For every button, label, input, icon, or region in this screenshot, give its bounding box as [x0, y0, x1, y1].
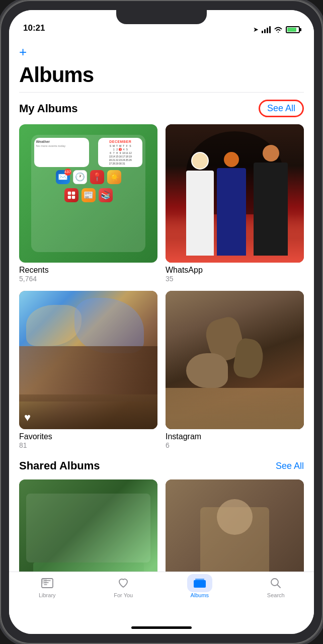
- home-bar: [131, 626, 192, 629]
- divider: [19, 92, 304, 93]
- svg-rect-2: [67, 196, 70, 199]
- album-count-recents: 5,764: [19, 275, 157, 283]
- svg-rect-5: [42, 579, 47, 584]
- status-time: 10:21: [23, 23, 45, 33]
- svg-rect-7: [195, 579, 204, 580]
- shared-thumb-1: [19, 479, 157, 572]
- my-albums-see-all-button[interactable]: See All: [259, 100, 304, 117]
- my-albums-title: My Albums: [19, 102, 78, 115]
- tab-search-label: Search: [267, 592, 285, 598]
- signal-bars-icon: [262, 26, 271, 33]
- album-item-instagram[interactable]: Instagram 6: [166, 291, 304, 449]
- main-content[interactable]: + Albums My Albums See All: [9, 37, 314, 572]
- shared-albums-grid: [19, 479, 304, 572]
- album-count-instagram: 6: [166, 441, 304, 449]
- home-indicator: [9, 621, 314, 634]
- album-name-favorites: Favorites: [19, 432, 157, 441]
- svg-rect-6: [194, 580, 206, 588]
- shared-albums-see-all-button[interactable]: See All: [276, 461, 304, 471]
- album-name-whatsapp: WhatsApp: [166, 266, 304, 275]
- album-thumb-instagram: [166, 291, 304, 429]
- search-icon: [269, 577, 282, 590]
- shared-thumb-2: [166, 479, 304, 572]
- add-album-button[interactable]: +: [19, 37, 27, 62]
- phone-shell: 10:21 ➤: [0, 0, 323, 644]
- albums-tab-icon: [193, 576, 207, 590]
- album-item-whatsapp[interactable]: WhatsApp 35: [166, 124, 304, 283]
- svg-rect-0: [67, 192, 70, 195]
- shared-albums-header: Shared Albums See All: [19, 459, 304, 472]
- heart-icon: [117, 577, 130, 590]
- for-you-tab-icon: [116, 576, 130, 590]
- library-tab-icon: [40, 576, 54, 590]
- status-icons: ➤: [253, 26, 300, 33]
- tab-albums-label: Albums: [190, 592, 209, 598]
- album-count-favorites: 81: [19, 441, 157, 449]
- album-name-instagram: Instagram: [166, 432, 304, 441]
- phone-screen: 10:21 ➤: [9, 10, 314, 634]
- wifi-icon: [274, 26, 283, 33]
- album-thumb-recents: Weather No more events today DECEMBER SM…: [19, 124, 157, 263]
- my-albums-grid: Weather No more events today DECEMBER SM…: [19, 124, 304, 449]
- album-item-recents[interactable]: Weather No more events today DECEMBER SM…: [19, 124, 157, 283]
- my-albums-header: My Albums See All: [19, 100, 304, 117]
- shared-albums-section: Shared Albums See All: [19, 459, 304, 572]
- favorites-heart-icon: ♥: [24, 411, 31, 424]
- library-icon: [41, 577, 54, 590]
- album-thumb-favorites: ♥: [19, 291, 157, 429]
- shared-album-item-2[interactable]: [166, 479, 304, 572]
- location-icon: ➤: [253, 26, 259, 33]
- tab-albums[interactable]: Albums: [180, 576, 220, 598]
- page-title: Albums: [19, 62, 304, 92]
- album-count-whatsapp: 35: [166, 275, 304, 283]
- album-thumb-whatsapp: [166, 124, 304, 263]
- search-tab-icon: [269, 576, 283, 590]
- battery-icon: [286, 26, 300, 33]
- svg-rect-3: [71, 196, 74, 199]
- album-item-favorites[interactable]: ♥ Favorites 81: [19, 291, 157, 449]
- albums-icon: [193, 577, 206, 590]
- svg-rect-1: [71, 192, 74, 195]
- tab-library-label: Library: [39, 592, 56, 598]
- album-name-recents: Recents: [19, 266, 157, 275]
- shared-albums-title: Shared Albums: [19, 459, 100, 472]
- notch: [116, 10, 207, 24]
- tab-for-you-label: For You: [114, 592, 133, 598]
- tab-for-you[interactable]: For You: [103, 576, 143, 598]
- shared-album-item-1[interactable]: [19, 479, 157, 572]
- tab-library[interactable]: Library: [27, 576, 67, 598]
- tab-bar: Library For You: [9, 572, 314, 621]
- tab-search[interactable]: Search: [256, 576, 296, 598]
